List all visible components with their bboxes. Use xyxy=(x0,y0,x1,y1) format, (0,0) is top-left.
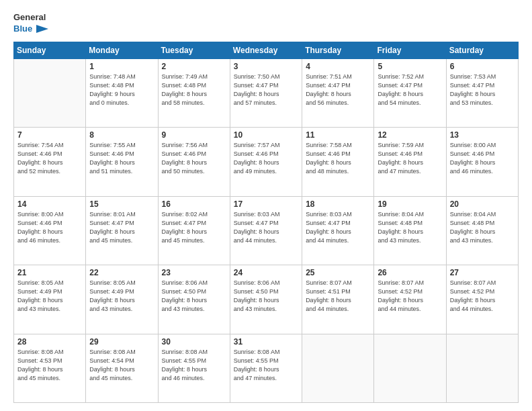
cell-sun-info: Sunrise: 8:08 AM Sunset: 4:53 PM Dayligh… xyxy=(17,348,82,383)
weekday-header-saturday: Saturday xyxy=(446,42,518,58)
day-number: 1 xyxy=(89,62,154,71)
logo-text: General Blue xyxy=(13,12,48,35)
day-number: 23 xyxy=(162,268,226,277)
calendar-cell: 4Sunrise: 7:51 AM Sunset: 4:47 PM Daylig… xyxy=(302,58,374,127)
svg-marker-0 xyxy=(36,25,48,33)
calendar-table: SundayMondayTuesdayWednesdayThursdayFrid… xyxy=(13,42,519,403)
cell-sun-info: Sunrise: 8:05 AM Sunset: 4:49 PM Dayligh… xyxy=(17,279,82,314)
day-number: 26 xyxy=(378,268,442,277)
calendar-cell: 16Sunrise: 8:02 AM Sunset: 4:47 PM Dayli… xyxy=(158,196,230,265)
cell-sun-info: Sunrise: 7:52 AM Sunset: 4:47 PM Dayligh… xyxy=(378,73,442,107)
cell-sun-info: Sunrise: 8:07 AM Sunset: 4:51 PM Dayligh… xyxy=(306,279,370,314)
day-number: 22 xyxy=(89,268,154,277)
day-number: 2 xyxy=(162,62,226,71)
day-number: 18 xyxy=(306,199,370,209)
day-number: 28 xyxy=(17,337,82,347)
calendar-cell: 21Sunrise: 8:05 AM Sunset: 4:49 PM Dayli… xyxy=(14,265,86,334)
cell-sun-info: Sunrise: 7:54 AM Sunset: 4:46 PM Dayligh… xyxy=(17,141,82,176)
calendar-row: 21Sunrise: 8:05 AM Sunset: 4:49 PM Dayli… xyxy=(14,265,519,334)
calendar-cell: 6Sunrise: 7:53 AM Sunset: 4:47 PM Daylig… xyxy=(446,58,518,127)
day-number: 20 xyxy=(450,199,515,209)
calendar-row: 7Sunrise: 7:54 AM Sunset: 4:46 PM Daylig… xyxy=(14,128,519,196)
day-number: 5 xyxy=(378,62,442,71)
day-number: 16 xyxy=(162,199,226,209)
header: General Blue xyxy=(13,12,519,35)
cell-sun-info: Sunrise: 8:07 AM Sunset: 4:52 PM Dayligh… xyxy=(378,279,442,314)
calendar-cell: 19Sunrise: 8:04 AM Sunset: 4:48 PM Dayli… xyxy=(374,196,446,265)
calendar-cell: 30Sunrise: 8:08 AM Sunset: 4:55 PM Dayli… xyxy=(158,334,230,402)
calendar-cell: 1Sunrise: 7:48 AM Sunset: 4:48 PM Daylig… xyxy=(86,58,158,127)
day-number: 13 xyxy=(450,130,515,140)
calendar-cell: 23Sunrise: 8:06 AM Sunset: 4:50 PM Dayli… xyxy=(158,265,230,334)
cell-sun-info: Sunrise: 8:05 AM Sunset: 4:49 PM Dayligh… xyxy=(89,279,154,314)
calendar-cell: 25Sunrise: 8:07 AM Sunset: 4:51 PM Dayli… xyxy=(302,265,374,334)
day-number: 3 xyxy=(234,62,298,71)
cell-sun-info: Sunrise: 8:04 AM Sunset: 4:48 PM Dayligh… xyxy=(450,210,515,245)
calendar-cell: 7Sunrise: 7:54 AM Sunset: 4:46 PM Daylig… xyxy=(14,128,86,196)
weekday-header-thursday: Thursday xyxy=(302,42,374,58)
calendar-row: 28Sunrise: 8:08 AM Sunset: 4:53 PM Dayli… xyxy=(14,334,519,402)
cell-sun-info: Sunrise: 7:53 AM Sunset: 4:47 PM Dayligh… xyxy=(450,73,515,107)
page: General Blue SundayMondayTuesdayWednesda… xyxy=(0,0,532,411)
calendar-cell: 22Sunrise: 8:05 AM Sunset: 4:49 PM Dayli… xyxy=(86,265,158,334)
logo-arrow-icon xyxy=(36,25,48,33)
calendar-cell xyxy=(446,334,518,402)
calendar-cell: 3Sunrise: 7:50 AM Sunset: 4:47 PM Daylig… xyxy=(230,58,302,127)
calendar-cell xyxy=(302,334,374,402)
calendar-cell: 13Sunrise: 8:00 AM Sunset: 4:46 PM Dayli… xyxy=(446,128,518,196)
calendar-cell: 26Sunrise: 8:07 AM Sunset: 4:52 PM Dayli… xyxy=(374,265,446,334)
day-number: 15 xyxy=(89,199,154,209)
cell-sun-info: Sunrise: 7:50 AM Sunset: 4:47 PM Dayligh… xyxy=(234,73,298,107)
cell-sun-info: Sunrise: 8:04 AM Sunset: 4:48 PM Dayligh… xyxy=(378,210,442,245)
cell-sun-info: Sunrise: 8:03 AM Sunset: 4:47 PM Dayligh… xyxy=(306,210,370,245)
cell-sun-info: Sunrise: 8:08 AM Sunset: 4:55 PM Dayligh… xyxy=(234,348,298,383)
day-number: 9 xyxy=(162,130,226,140)
weekday-header-sunday: Sunday xyxy=(14,42,86,58)
weekday-header-wednesday: Wednesday xyxy=(230,42,302,58)
weekday-header-tuesday: Tuesday xyxy=(158,42,230,58)
day-number: 25 xyxy=(306,268,370,277)
cell-sun-info: Sunrise: 8:01 AM Sunset: 4:47 PM Dayligh… xyxy=(89,210,154,245)
calendar-cell: 27Sunrise: 8:07 AM Sunset: 4:52 PM Dayli… xyxy=(446,265,518,334)
weekday-header-monday: Monday xyxy=(86,42,158,58)
cell-sun-info: Sunrise: 8:06 AM Sunset: 4:50 PM Dayligh… xyxy=(162,279,226,314)
calendar-cell: 20Sunrise: 8:04 AM Sunset: 4:48 PM Dayli… xyxy=(446,196,518,265)
calendar-cell: 24Sunrise: 8:06 AM Sunset: 4:50 PM Dayli… xyxy=(230,265,302,334)
weekday-header-friday: Friday xyxy=(374,42,446,58)
day-number: 19 xyxy=(378,199,442,209)
cell-sun-info: Sunrise: 7:59 AM Sunset: 4:46 PM Dayligh… xyxy=(378,141,442,176)
cell-sun-info: Sunrise: 8:08 AM Sunset: 4:55 PM Dayligh… xyxy=(162,348,226,383)
cell-sun-info: Sunrise: 7:55 AM Sunset: 4:46 PM Dayligh… xyxy=(89,141,154,176)
calendar-cell: 2Sunrise: 7:49 AM Sunset: 4:48 PM Daylig… xyxy=(158,58,230,127)
cell-sun-info: Sunrise: 7:49 AM Sunset: 4:48 PM Dayligh… xyxy=(162,73,226,107)
day-number: 24 xyxy=(234,268,298,277)
day-number: 12 xyxy=(378,130,442,140)
calendar-cell: 8Sunrise: 7:55 AM Sunset: 4:46 PM Daylig… xyxy=(86,128,158,196)
weekday-header-row: SundayMondayTuesdayWednesdayThursdayFrid… xyxy=(14,42,519,58)
cell-sun-info: Sunrise: 8:00 AM Sunset: 4:46 PM Dayligh… xyxy=(17,210,82,245)
day-number: 8 xyxy=(89,130,154,140)
calendar-cell: 17Sunrise: 8:03 AM Sunset: 4:47 PM Dayli… xyxy=(230,196,302,265)
calendar-cell xyxy=(374,334,446,402)
cell-sun-info: Sunrise: 8:00 AM Sunset: 4:46 PM Dayligh… xyxy=(450,141,515,176)
day-number: 27 xyxy=(450,268,515,277)
calendar-cell: 31Sunrise: 8:08 AM Sunset: 4:55 PM Dayli… xyxy=(230,334,302,402)
calendar-row: 14Sunrise: 8:00 AM Sunset: 4:46 PM Dayli… xyxy=(14,196,519,265)
day-number: 10 xyxy=(234,130,298,140)
cell-sun-info: Sunrise: 8:06 AM Sunset: 4:50 PM Dayligh… xyxy=(234,279,298,314)
cell-sun-info: Sunrise: 7:57 AM Sunset: 4:46 PM Dayligh… xyxy=(234,141,298,176)
day-number: 17 xyxy=(234,199,298,209)
cell-sun-info: Sunrise: 8:08 AM Sunset: 4:54 PM Dayligh… xyxy=(89,348,154,383)
calendar-cell: 12Sunrise: 7:59 AM Sunset: 4:46 PM Dayli… xyxy=(374,128,446,196)
day-number: 11 xyxy=(306,130,370,140)
calendar-cell: 14Sunrise: 8:00 AM Sunset: 4:46 PM Dayli… xyxy=(14,196,86,265)
logo: General Blue xyxy=(13,12,48,35)
cell-sun-info: Sunrise: 7:48 AM Sunset: 4:48 PM Dayligh… xyxy=(89,73,154,107)
calendar-cell xyxy=(14,58,86,127)
cell-sun-info: Sunrise: 8:03 AM Sunset: 4:47 PM Dayligh… xyxy=(234,210,298,245)
day-number: 21 xyxy=(17,268,82,277)
calendar-cell: 15Sunrise: 8:01 AM Sunset: 4:47 PM Dayli… xyxy=(86,196,158,265)
day-number: 6 xyxy=(450,62,515,71)
day-number: 7 xyxy=(17,130,82,140)
cell-sun-info: Sunrise: 7:58 AM Sunset: 4:46 PM Dayligh… xyxy=(306,141,370,176)
